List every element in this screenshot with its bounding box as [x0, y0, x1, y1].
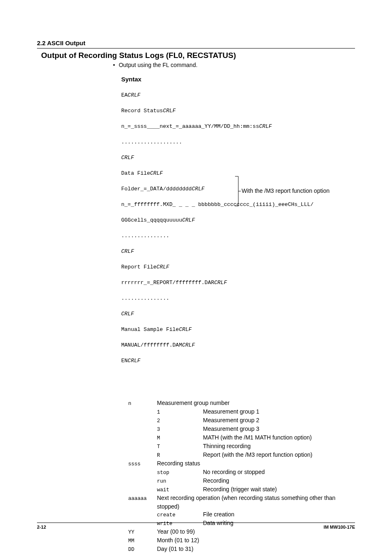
bracket-label: With the /M3 report function option [242, 187, 330, 195]
crlf: CRLF [182, 342, 195, 348]
param-subkey: T [157, 443, 203, 451]
param-key: aaaaaa [128, 495, 157, 503]
param-subval: Report (with the /M3 report function opt… [203, 451, 355, 459]
param-subval: Measurement group 2 [203, 416, 355, 424]
param-subval: MATH (with the /M1 MATH function option) [203, 434, 355, 442]
crlf: CRLF [128, 92, 141, 98]
page-title: Output of Recording Status Logs (FL0, RE… [41, 51, 355, 60]
param-desc: Measurement group number [157, 399, 355, 407]
param-subkey: wait [157, 486, 203, 494]
param-subkey: 2 [157, 417, 203, 425]
param-subval: File creation [203, 511, 355, 518]
parameter-table: nMeasurement group number 1Measurement g… [128, 399, 355, 555]
crlf: CRLF [121, 154, 355, 162]
param-desc: Next recording operation (when recording… [157, 494, 355, 502]
syntax-text: MANUAL/ffffffff.DAM [121, 342, 182, 348]
param-subkey: M [157, 435, 203, 442]
param-subkey: stop [157, 469, 203, 477]
crlf: CRLF [214, 280, 227, 286]
syntax-text: Data File [121, 170, 150, 176]
crlf: CRLF [121, 310, 355, 318]
syntax-text: Record Status [121, 108, 163, 114]
syntax-dots: ............... [121, 232, 355, 240]
param-subval: Recording [203, 477, 355, 485]
syntax-dots: ................... [121, 138, 355, 146]
param-subval: Measurement group 3 [203, 425, 355, 433]
crlf: CRLF [192, 186, 205, 192]
param-key: n [128, 400, 157, 408]
crlf: CRLF [150, 170, 163, 176]
crlf: CRLF [157, 264, 169, 270]
syntax-text: EN [121, 358, 128, 364]
syntax-heading: Syntax [121, 76, 355, 83]
param-key: YY [128, 529, 157, 536]
param-desc: Recording status [157, 460, 355, 467]
page-footer: 2-12 IM MW100-17E [37, 523, 355, 530]
param-subval: Recording (trigger wait state) [203, 486, 355, 493]
syntax-text: Manual Sample File [121, 326, 179, 333]
syntax-text: EA [121, 92, 128, 98]
syntax-text: n_=_ssss____next_=_aaaaaa_YY/MM/DD_hh:mm… [121, 123, 259, 130]
param-subval: No recording or stopped [203, 468, 355, 476]
syntax-text: rrrrrrr_=_REPORT/ffffffff.DAR [121, 280, 214, 286]
bullet-icon: • [113, 62, 117, 68]
param-desc: stopped) [157, 503, 355, 511]
bracket-icon [234, 176, 242, 207]
bullet-text: Output using the FL command. [119, 62, 198, 68]
param-key: MM [128, 537, 157, 545]
bracket-annotation: With the /M3 report function option [234, 176, 370, 207]
syntax-dots: ............... [121, 294, 355, 302]
crlf: CRLF [163, 108, 175, 114]
crlf: CRLF [259, 123, 272, 130]
crlf: CRLF [182, 217, 195, 223]
syntax-text: Report File [121, 264, 157, 270]
param-subkey: create [157, 511, 203, 519]
param-subkey: 3 [157, 426, 203, 434]
param-subkey: run [157, 478, 203, 486]
doc-id: IM MW100-17E [324, 525, 355, 530]
section-header: 2.2 ASCII Output [37, 39, 355, 49]
param-subkey: R [157, 452, 203, 460]
bullet-line: • Output using the FL command. [113, 62, 355, 68]
crlf: CRLF [121, 247, 355, 255]
param-key: ssss [128, 460, 157, 468]
param-subval: Thinning recording [203, 442, 355, 450]
param-subkey: 1 [157, 409, 203, 416]
syntax-block: EACRLF Record StatusCRLF n_=_ssss____nex… [121, 83, 355, 396]
param-desc: Day (01 to 31) [157, 545, 355, 553]
syntax-text: GGGcells_qqqqquuuuu [121, 217, 182, 223]
page-number: 2-12 [37, 525, 46, 530]
crlf: CRLF [179, 326, 191, 333]
param-key: DD [128, 546, 157, 554]
param-subval: Measurement group 1 [203, 408, 355, 416]
crlf: CRLF [128, 358, 141, 364]
syntax-text: Folder_=_DATA/dddddddd [121, 186, 192, 192]
param-desc: Month (01 to 12) [157, 536, 355, 544]
